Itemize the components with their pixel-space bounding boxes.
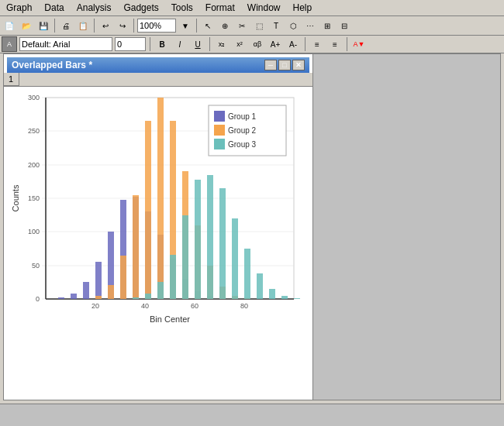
new-btn[interactable]: 📄 [2,18,17,33]
svg-text:0: 0 [36,295,40,303]
menu-tools[interactable]: Tools [168,2,196,14]
sep3 [133,19,134,33]
svg-rect-55 [195,180,201,299]
svg-rect-37 [95,296,102,299]
svg-text:250: 250 [28,127,40,135]
graph-window: Overlapped Bars * ─ □ ✕ 1 Counts Bin Cen… [3,53,313,400]
svg-rect-57 [219,188,226,299]
svg-rect-63 [294,298,300,299]
copy-btn[interactable]: 📋 [75,18,91,33]
svg-text:Counts: Counts [11,184,20,211]
formatbar: A B I U x₂ x² αβ A+ A- ≡ ≡ A▼ [0,36,504,53]
redo-btn[interactable]: ↪ [115,18,130,33]
svg-text:40: 40 [141,302,149,310]
menu-analysis[interactable]: Analysis [74,2,115,14]
color-btn[interactable]: A▼ [351,36,367,52]
zoom-input[interactable] [137,19,176,33]
sep1 [54,19,55,33]
svg-rect-40 [133,195,139,299]
save-btn[interactable]: 💾 [36,18,51,33]
bold-btn[interactable]: B [154,36,170,52]
menu-graph[interactable]: Graph [3,2,35,14]
svg-text:Group 1: Group 1 [228,112,257,121]
svg-rect-38 [108,285,114,299]
svg-text:80: 80 [240,302,248,310]
menubar: Graph Data Analysis Gadgets Tools Format… [0,0,504,16]
svg-rect-39 [120,256,126,299]
bigger-btn[interactable]: A+ [268,36,283,52]
svg-text:Group 3: Group 3 [228,140,257,149]
tool3[interactable]: ✂ [234,18,250,33]
svg-rect-54 [182,215,188,299]
align-center[interactable]: ≡ [327,36,343,52]
svg-rect-42 [157,98,164,299]
sep4 [196,19,197,33]
menu-help[interactable]: Help [290,2,316,14]
window-controls: ─ □ ✕ [264,60,305,70]
tool8[interactable]: ⊞ [319,18,335,33]
open-btn[interactable]: 📂 [19,18,34,33]
italic-btn[interactable]: I [172,36,188,52]
svg-text:150: 150 [28,194,40,202]
tool2[interactable]: ⊕ [217,18,233,33]
svg-rect-65 [214,111,225,122]
svg-rect-26 [95,262,102,299]
underline-btn[interactable]: U [190,36,205,52]
svg-text:Group 2: Group 2 [228,126,257,135]
svg-rect-53 [170,255,176,299]
align-left[interactable]: ≡ [309,36,325,52]
sep8 [347,37,347,51]
tool4[interactable]: ⬚ [251,18,267,33]
tab-bar: 1 [4,73,312,87]
tool9[interactable]: ⊟ [337,18,352,33]
chart-svg: Counts Bin Center 0 50 100 150 20 [7,90,309,330]
svg-rect-51 [145,294,151,299]
zoom-dropdown[interactable]: ▼ [178,18,193,33]
svg-text:300: 300 [28,94,40,101]
tool7[interactable]: ⋯ [302,18,318,33]
svg-rect-67 [214,125,225,136]
svg-text:100: 100 [28,228,40,235]
graph-tab-1[interactable]: 1 [4,73,19,86]
tool1[interactable]: ↖ [200,18,216,33]
svg-text:Bin Center: Bin Center [150,314,190,324]
svg-rect-60 [257,273,263,299]
svg-text:200: 200 [28,161,40,169]
svg-rect-41 [145,121,151,299]
svg-text:60: 60 [191,302,198,310]
greek-btn[interactable]: αβ [250,36,265,52]
svg-rect-61 [269,289,275,299]
svg-rect-24 [71,294,77,299]
minimize-btn[interactable]: ─ [264,60,277,70]
font-selector[interactable] [19,37,112,51]
tool6[interactable]: ⬡ [285,18,301,33]
tool5[interactable]: T [268,18,284,33]
print-btn[interactable]: 🖨 [58,18,74,33]
svg-text:20: 20 [91,302,99,310]
font-size[interactable] [115,37,146,51]
right-panel [313,53,501,400]
menu-format[interactable]: Format [202,2,238,14]
smaller-btn[interactable]: A- [285,36,301,52]
sep2 [94,19,95,33]
sep7 [305,37,306,51]
svg-rect-25 [83,282,89,299]
svg-rect-59 [244,249,250,299]
close-btn[interactable]: ✕ [292,60,305,70]
svg-rect-69 [214,139,225,149]
superscript-btn[interactable]: x² [232,36,247,52]
sep5 [150,37,150,51]
main-area: Overlapped Bars * ─ □ ✕ 1 Counts Bin Cen… [0,53,504,404]
svg-rect-23 [58,297,64,299]
maximize-btn[interactable]: □ [278,60,291,70]
toolbar-1: 📄 📂 💾 🖨 📋 ↩ ↪ ▼ ↖ ⊕ ✂ ⬚ T ⬡ ⋯ ⊞ ⊟ [0,16,504,36]
menu-window[interactable]: Window [244,2,284,14]
subscript-btn[interactable]: x₂ [214,36,230,52]
svg-rect-62 [281,296,288,299]
svg-rect-56 [207,175,213,299]
undo-btn[interactable]: ↩ [98,18,113,33]
graph-content: Counts Bin Center 0 50 100 150 20 [4,87,312,400]
menu-data[interactable]: Data [41,2,67,14]
menu-gadgets[interactable]: Gadgets [120,2,161,14]
format-icon: A [2,36,17,52]
